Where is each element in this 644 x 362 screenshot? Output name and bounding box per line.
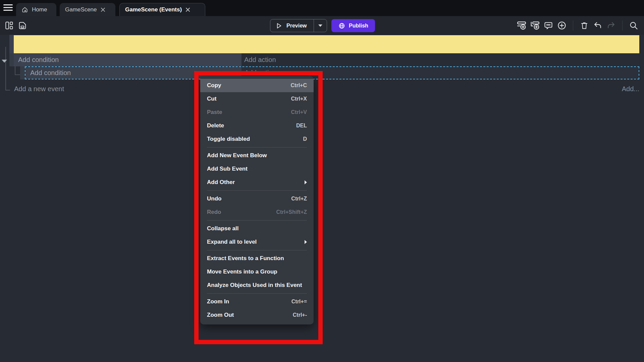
tab-label: GameScene — [65, 6, 97, 13]
menu-item-shortcut: Ctrl+V — [291, 109, 307, 115]
context-menu-item-paste: PasteCtrl+V — [200, 106, 314, 119]
globe-icon — [338, 22, 345, 29]
add-condition-button[interactable]: Add condition — [14, 53, 241, 66]
add-action-button[interactable]: Add action — [241, 53, 639, 66]
context-menu-item-cut[interactable]: CutCtrl+X — [200, 92, 314, 106]
submenu-arrow-icon — [305, 180, 307, 184]
context-menu-item-zoom-in[interactable]: Zoom InCtrl+= — [200, 295, 314, 308]
menu-item-shortcut: Ctrl+C — [291, 82, 307, 88]
menu-item-label: Zoom In — [207, 298, 229, 305]
menu-item-label: Add Other — [207, 179, 235, 186]
add-new-event-button[interactable]: Add a new event — [14, 85, 64, 93]
context-menu-item-collapse-all[interactable]: Collapse all — [200, 222, 314, 235]
menu-item-label: Analyze Objects Used in this Event — [207, 282, 302, 289]
menu-separator — [207, 190, 307, 191]
context-menu-item-add-sub-event[interactable]: Add Sub Event — [200, 162, 314, 176]
menu-item-label: Paste — [207, 109, 222, 116]
toolbar-right-icons — [516, 20, 639, 31]
comment-block[interactable] — [14, 35, 639, 53]
context-menu: CopyCtrl+CCutCtrl+XPasteCtrl+VDeleteDELT… — [200, 76, 314, 324]
main-menu-icon[interactable] — [3, 4, 13, 12]
context-menu-item-redo: RedoCtrl+Shift+Z — [200, 205, 314, 219]
context-menu-item-extract-events-to-a-function[interactable]: Extract Events to a Function — [200, 252, 314, 265]
collapse-event-arrow-icon[interactable] — [2, 60, 7, 63]
add-sub-event-icon[interactable] — [529, 20, 541, 31]
context-menu-item-delete[interactable]: DeleteDEL — [200, 119, 314, 132]
tab-gamescene-events[interactable]: GameScene (Events) — [119, 3, 205, 16]
menu-item-label: Undo — [207, 195, 221, 202]
preview-options-button[interactable] — [314, 19, 327, 32]
menu-item-shortcut: Ctrl+X — [291, 96, 307, 102]
menu-item-label: Zoom Out — [207, 312, 234, 318]
tree-line — [5, 90, 10, 90]
menu-separator — [207, 293, 307, 294]
add-event-icon[interactable] — [516, 20, 527, 31]
event-row: Add condition Add action — [9, 53, 639, 66]
context-menu-item-undo[interactable]: UndoCtrl+Z — [200, 192, 314, 205]
context-menu-item-add-other[interactable]: Add Other — [200, 176, 314, 189]
add-comment-icon[interactable] — [543, 20, 554, 31]
sub-event-row: Add condition Add action — [20, 66, 639, 79]
preview-button[interactable]: Preview — [270, 19, 327, 32]
tree-line — [15, 66, 15, 75]
preview-label: Preview — [286, 23, 307, 29]
menu-item-shortcut: Ctrl+Z — [291, 196, 307, 202]
context-menu-item-zoom-out[interactable]: Zoom OutCtrl+- — [200, 308, 314, 322]
menu-item-label: Move Events into a Group — [207, 268, 277, 275]
menu-item-shortcut: D — [303, 136, 307, 142]
home-icon — [21, 6, 28, 13]
context-menu-item-copy[interactable]: CopyCtrl+C — [200, 79, 314, 92]
context-menu-item-add-new-event-below[interactable]: Add New Event Below — [200, 149, 314, 162]
event-gutter[interactable] — [20, 66, 25, 79]
menu-item-label: Redo — [207, 209, 221, 216]
menu-item-label: Collapse all — [207, 225, 238, 232]
menu-separator — [207, 250, 307, 250]
add-more-button[interactable]: Add... — [622, 85, 639, 93]
context-menu-item-move-events-into-a-group[interactable]: Move Events into a Group — [200, 265, 314, 279]
menu-separator — [207, 147, 307, 147]
publish-label: Publish — [349, 23, 368, 29]
toolbar-separator — [622, 20, 623, 31]
close-icon[interactable] — [185, 7, 190, 12]
menu-item-shortcut: Ctrl+Shift+Z — [276, 209, 307, 215]
panels-icon[interactable] — [3, 20, 15, 31]
menu-item-shortcut: DEL — [296, 123, 307, 129]
menu-item-label: Toggle disabled — [207, 136, 250, 142]
toolbar-separator — [573, 20, 573, 31]
selected-event-outline: Add condition Add action — [25, 66, 639, 79]
menu-item-label: Add New Event Below — [207, 152, 267, 159]
play-icon — [275, 22, 282, 29]
menu-separator — [207, 220, 307, 221]
redo-icon — [605, 20, 617, 31]
menu-item-shortcut: Ctrl+= — [291, 299, 307, 305]
menu-item-label: Copy — [207, 82, 221, 89]
submenu-arrow-icon — [305, 240, 307, 244]
event-gutter[interactable] — [9, 53, 14, 66]
tab-home[interactable]: Home — [16, 3, 56, 16]
save-icon[interactable] — [17, 20, 28, 31]
publish-button[interactable]: Publish — [331, 19, 375, 32]
menu-item-label: Expand all to level — [207, 239, 257, 245]
tab-gamescene[interactable]: GameScene — [60, 3, 115, 16]
menu-item-label: Add Sub Event — [207, 166, 248, 172]
tree-line — [5, 47, 6, 90]
undo-icon[interactable] — [592, 20, 603, 31]
search-icon[interactable] — [628, 20, 639, 31]
comment-gutter — [9, 35, 14, 53]
preview-button-main[interactable]: Preview — [270, 19, 314, 32]
menu-item-label: Cut — [207, 96, 216, 102]
menu-item-shortcut: Ctrl+- — [293, 312, 307, 318]
tab-label: Home — [32, 6, 47, 13]
events-toolbar: Preview Publish — [0, 16, 644, 35]
context-menu-item-analyze-objects-used-in-this-event[interactable]: Analyze Objects Used in this Event — [200, 279, 314, 292]
context-menu-item-expand-all-to-level[interactable]: Expand all to level — [200, 235, 314, 249]
tab-bar: Home GameScene GameScene (Events) — [0, 0, 644, 16]
chevron-down-icon — [318, 24, 322, 27]
delete-icon[interactable] — [579, 20, 590, 31]
tab-label: GameScene (Events) — [125, 6, 182, 13]
add-circle-icon[interactable] — [556, 20, 568, 31]
tree-line — [15, 74, 20, 75]
close-icon[interactable] — [101, 7, 105, 12]
context-menu-item-toggle-disabled[interactable]: Toggle disabledD — [200, 132, 314, 146]
menu-item-label: Extract Events to a Function — [207, 255, 284, 262]
